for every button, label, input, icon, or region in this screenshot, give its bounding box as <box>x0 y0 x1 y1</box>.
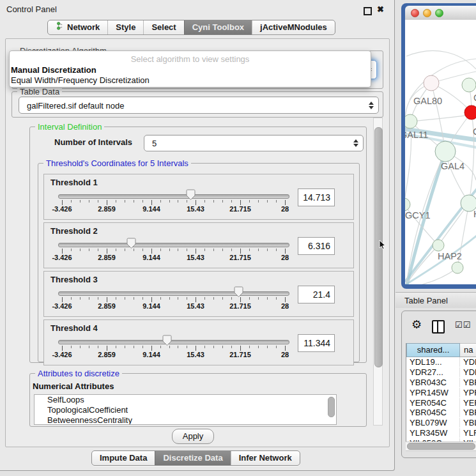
table-cell: YBL0 <box>460 418 476 427</box>
mouse-cursor <box>379 240 387 254</box>
float-icon[interactable] <box>364 7 372 15</box>
network-node-GAL11[interactable] <box>405 114 417 128</box>
network-node-GAL4[interactable] <box>435 141 456 162</box>
tab-infer-network[interactable]: Infer Network <box>231 451 300 465</box>
tab-impute-data[interactable]: Impute Data <box>92 451 155 465</box>
table-cell: YER054C <box>406 398 460 408</box>
slider-thumb[interactable] <box>127 238 136 249</box>
table-data-combo[interactable]: galFiltered.sif default node <box>19 96 379 114</box>
close-icon[interactable]: ✖ <box>377 4 384 14</box>
network-node-label: GA <box>473 93 476 103</box>
network-node-node-bottom[interactable] <box>452 262 463 273</box>
slider-major-ticks <box>62 249 286 254</box>
tick-label: 2.859 <box>86 254 127 261</box>
table-cell: YBR0 <box>460 408 476 417</box>
network-view-window: GAL80GAGAL11CGAL4GCY1HHAP2 <box>401 3 476 289</box>
tab-discretize-data[interactable]: Discretize Data <box>155 451 230 465</box>
threshold-value-field[interactable] <box>298 286 335 303</box>
table-panel-header: Table Panel <box>395 292 476 308</box>
tick-label: 2.859 <box>86 302 127 310</box>
network-node-node-red[interactable] <box>464 105 476 119</box>
network-edge[interactable] <box>420 268 457 284</box>
slider-track[interactable] <box>58 291 289 296</box>
slider-major-ticks <box>62 346 286 351</box>
table-row[interactable]: YBR045CYBR0 <box>406 408 476 418</box>
table-horizontal-scrollbar[interactable] <box>406 441 476 451</box>
group-title: Interval Definition <box>35 122 104 132</box>
network-canvas[interactable]: GAL80GAGAL11CGAL4GCY1HHAP2 <box>405 20 476 284</box>
interval-definition-group: Interval Definition Number of Intervals … <box>29 127 367 363</box>
network-edge[interactable] <box>406 50 476 69</box>
attribute-item[interactable]: TopologicalCoefficient <box>35 405 336 415</box>
table-row[interactable]: YDL19...YDL1 <box>406 357 476 367</box>
tab-style[interactable]: Style <box>107 20 143 35</box>
table-cell: YDR27... <box>406 367 460 377</box>
network-node-HAP2[interactable] <box>433 240 444 251</box>
network-node-node-top-right[interactable] <box>462 78 476 92</box>
split-columns-icon[interactable] <box>432 320 445 334</box>
scrollbar-thumb[interactable] <box>407 443 475 450</box>
slider-track[interactable] <box>58 194 289 199</box>
close-traffic-light[interactable] <box>411 9 419 17</box>
slider-thumb[interactable] <box>186 189 196 201</box>
list-scrollbar-thumb[interactable] <box>328 397 335 417</box>
network-node-label: HAP2 <box>438 251 462 261</box>
table-row[interactable]: YLR345WYLR3 <box>406 428 476 438</box>
network-node-GAL80[interactable] <box>424 75 439 91</box>
tab-cyni-toolbox[interactable]: Cyni Toolbox <box>184 20 252 35</box>
slider-track[interactable] <box>58 340 289 344</box>
minimize-traffic-light[interactable] <box>423 9 431 17</box>
tick-label: 21.715 <box>220 302 261 310</box>
node-table: shared... na YDL19...YDL1YDR27...YDR2YBR… <box>406 343 476 442</box>
dropdown-option-equal-width-frequency[interactable]: Equal Width/Frequency Discretization <box>11 75 150 85</box>
zoom-traffic-light[interactable] <box>435 9 443 17</box>
tick-label: 21.715 <box>220 205 261 213</box>
table-cell: YDL19... <box>406 357 460 367</box>
table-header-row: shared... na <box>406 343 476 357</box>
apply-button[interactable]: Apply <box>172 429 214 444</box>
threshold-value-field[interactable] <box>298 188 335 206</box>
attribute-items-host: SelfLoopsTopologicalCoefficientBetweenne… <box>35 395 336 425</box>
table-rows: YDL19...YDL1YDR27...YDR2YBR043CYBR0YPR14… <box>406 357 476 442</box>
tick-label: -3.426 <box>42 254 82 261</box>
table-cell: YDL1 <box>460 357 476 367</box>
number-of-intervals-combo[interactable]: 5 <box>144 135 364 151</box>
settings-vertical-scrollbar[interactable] <box>373 118 383 426</box>
table-row[interactable]: YBR043CYBR0 <box>406 378 476 388</box>
combo-stepper-icon <box>353 139 358 147</box>
attribute-item[interactable]: SelfLoops <box>35 395 336 405</box>
slider-thumb[interactable] <box>234 286 243 298</box>
table-row[interactable]: YPR145WYPR1 <box>406 387 476 397</box>
tab-jactivemnodules[interactable]: jActiveMNodules <box>252 20 335 35</box>
tick-label: 9.144 <box>131 351 172 358</box>
slider-track[interactable] <box>58 243 289 247</box>
threshold-value-field[interactable] <box>298 237 335 255</box>
combo-value: 5 <box>152 139 157 148</box>
network-node-label: GAL80 <box>413 96 442 106</box>
threshold-box: Threshold 4 -3.426 2.859 9.144 15.43 21.… <box>43 319 354 365</box>
table-data-group: Table Data galFiltered.sif default node <box>12 91 383 118</box>
threshold-value-field[interactable] <box>298 334 335 352</box>
attribute-item[interactable]: BetweennessCentrality <box>35 415 336 425</box>
combo-value: galFiltered.sif default node <box>27 100 124 110</box>
top-tab-strip: Network Style Select Cyni Toolbox jActiv… <box>47 20 335 35</box>
threshold-list: Threshold 1 -3.426 2.859 9.144 15.43 21.… <box>43 174 354 365</box>
network-node-GCY1[interactable] <box>405 198 410 211</box>
numerical-attributes-label: Numerical Attributes <box>33 381 114 391</box>
tick-label: 15.43 <box>175 205 216 213</box>
tab-network[interactable]: Network <box>48 20 107 35</box>
checkbox-icons[interactable]: ☑☑ <box>455 320 471 330</box>
threshold-label: Threshold 2 <box>50 226 98 236</box>
gear-icon[interactable]: ⚙ <box>411 318 422 332</box>
group-title: Threshold's Coordinates for 5 Intervals <box>43 158 191 168</box>
column-header-name[interactable]: na <box>460 343 476 357</box>
table-row[interactable]: YER054CYER0 <box>406 397 476 408</box>
tick-label: -3.426 <box>42 351 82 358</box>
tab-select[interactable]: Select <box>143 20 183 35</box>
table-row[interactable]: YBL079WYBL0 <box>406 418 476 428</box>
dropdown-option-manual-discretization[interactable]: Manual Discretization <box>11 65 96 75</box>
slider-thumb[interactable] <box>162 335 172 346</box>
threshold-label: Threshold 3 <box>50 275 98 284</box>
column-header-shared-name[interactable]: shared... <box>406 343 460 357</box>
table-row[interactable]: YDR27...YDR2 <box>406 367 476 378</box>
